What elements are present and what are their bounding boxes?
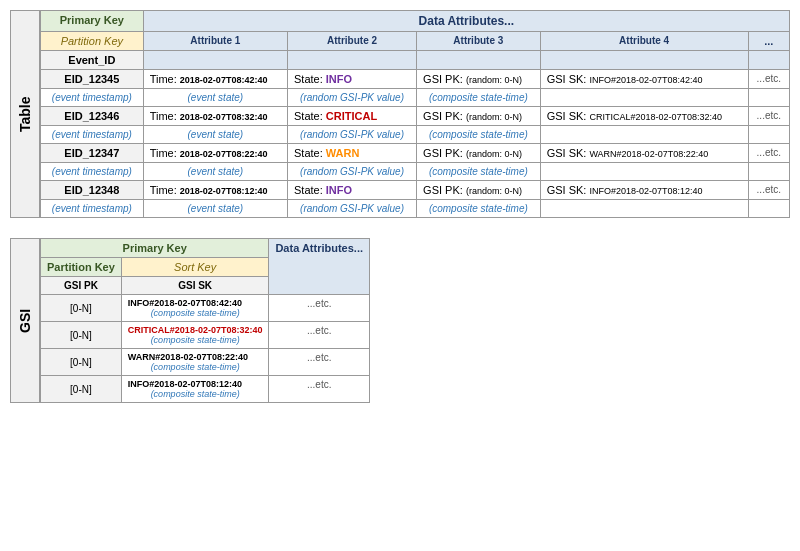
- gsi-primary-key-header: Primary Key: [41, 239, 269, 258]
- partition-key-header: Partition Key: [41, 32, 144, 51]
- gsi-partition-key-header: Partition Key: [41, 258, 122, 277]
- attr1-sub-header: [143, 51, 287, 70]
- attr1-sub-cell: (event timestamp): [41, 126, 144, 144]
- attr4-cell: GSI SK: INFO#2018-02-07T08:12:40: [540, 181, 748, 200]
- attr3-header: Attribute 3: [417, 32, 541, 51]
- gsi-sk-label: GSI SK: [121, 277, 269, 295]
- attr1-sub-cell: (event timestamp): [41, 200, 144, 218]
- table-row-sub: (event timestamp) (event state) (random …: [41, 200, 790, 218]
- gsi-sk-cell: INFO#2018-02-07T08:12:40 (composite stat…: [121, 376, 269, 403]
- etc-header: ...: [748, 32, 789, 51]
- attr4-header: Attribute 4: [540, 32, 748, 51]
- attr4-cell: GSI SK: CRITICAL#2018-02-07T08:32:40: [540, 107, 748, 126]
- gsi-etc-cell: ...etc.: [269, 376, 370, 403]
- attr3-sub-header: [417, 51, 541, 70]
- gsi-etc-cell: ...etc.: [269, 295, 370, 322]
- gsi-sk-cell: WARN#2018-02-07T08:22:40 (composite stat…: [121, 349, 269, 376]
- attr4-sub-header: [540, 51, 748, 70]
- attr3-sub-cell: (random GSI-PK value): [287, 126, 416, 144]
- table-row-sub: (event timestamp) (event state) (random …: [41, 89, 790, 107]
- attr2-cell: State: CRITICAL: [287, 107, 416, 126]
- gsi-row: [0-N] WARN#2018-02-07T08:22:40 (composit…: [41, 349, 370, 376]
- gsi-row: [0-N] INFO#2018-02-07T08:12:40 (composit…: [41, 376, 370, 403]
- gsi-pk-label: GSI PK: [41, 277, 122, 295]
- attr1-sub-cell: (event timestamp): [41, 163, 144, 181]
- attr3-cell: GSI PK: (random: 0-N): [417, 107, 541, 126]
- table-row-sub: (event timestamp) (event state) (random …: [41, 163, 790, 181]
- etc-sub-cell: [540, 200, 748, 218]
- attr2-sub-header: [287, 51, 416, 70]
- etc-sub-header: [748, 51, 789, 70]
- gsi-table: Primary Key Data Attributes... Partition…: [40, 238, 370, 403]
- etc-cell: ...etc.: [748, 181, 789, 200]
- attr4-cell: GSI SK: INFO#2018-02-07T08:42:40: [540, 70, 748, 89]
- data-attributes-header: Data Attributes...: [143, 11, 789, 32]
- attr2-sub-cell: (event state): [143, 200, 287, 218]
- attr2-header: Attribute 2: [287, 32, 416, 51]
- event-id-col-header: Event_ID: [41, 51, 144, 70]
- gsi-sk-cell: CRITICAL#2018-02-07T08:32:40 (composite …: [121, 322, 269, 349]
- gsi-etc-cell: ...etc.: [269, 349, 370, 376]
- etc-sub-cell: [540, 163, 748, 181]
- attr2-cell: State: WARN: [287, 144, 416, 163]
- attr1-cell: Time: 2018-02-07T08:42:40: [143, 70, 287, 89]
- gsi-pk-cell: [0-N]: [41, 295, 122, 322]
- eid-cell: EID_12345: [41, 70, 144, 89]
- etc-cell: ...etc.: [748, 70, 789, 89]
- table-row: EID_12346 Time: 2018-02-07T08:32:40 Stat…: [41, 107, 790, 126]
- attr3-cell: GSI PK: (random: 0-N): [417, 144, 541, 163]
- table-row: EID_12345 Time: 2018-02-07T08:42:40 Stat…: [41, 70, 790, 89]
- attr3-cell: GSI PK: (random: 0-N): [417, 181, 541, 200]
- gsi-data-attr-header: Data Attributes...: [269, 239, 370, 295]
- eid-cell: EID_12346: [41, 107, 144, 126]
- table-section: Table Primary Key Data Attributes... Par…: [10, 10, 790, 218]
- attr4-sub-cell: (composite state-time): [417, 89, 541, 107]
- table-row-sub: (event timestamp) (event state) (random …: [41, 126, 790, 144]
- attr4-sub-cell: (composite state-time): [417, 200, 541, 218]
- etc-cell: ...etc.: [748, 144, 789, 163]
- gsi-row: [0-N] CRITICAL#2018-02-07T08:32:40 (comp…: [41, 322, 370, 349]
- main-table: Primary Key Data Attributes... Partition…: [40, 10, 790, 218]
- gsi-row: [0-N] INFO#2018-02-07T08:42:40 (composit…: [41, 295, 370, 322]
- attr4-sub-cell: (composite state-time): [417, 126, 541, 144]
- gsi-sk-cell: INFO#2018-02-07T08:42:40 (composite stat…: [121, 295, 269, 322]
- attr2-cell: State: INFO: [287, 181, 416, 200]
- attr1-sub-cell: (event timestamp): [41, 89, 144, 107]
- attr2-sub-cell: (event state): [143, 163, 287, 181]
- etc-sub-cell: [540, 126, 748, 144]
- attr2-sub-cell: (event state): [143, 89, 287, 107]
- etc-sub-cell: [540, 89, 748, 107]
- attr3-sub-cell: (random GSI-PK value): [287, 89, 416, 107]
- table-row: EID_12348 Time: 2018-02-07T08:12:40 Stat…: [41, 181, 790, 200]
- attr1-cell: Time: 2018-02-07T08:12:40: [143, 181, 287, 200]
- eid-cell: EID_12348: [41, 181, 144, 200]
- primary-key-header: Primary Key: [41, 11, 144, 32]
- attr3-sub-cell: (random GSI-PK value): [287, 163, 416, 181]
- gsi-section: GSI Primary Key Data Attributes... Parti…: [10, 238, 790, 403]
- gsi-pk-cell: [0-N]: [41, 349, 122, 376]
- etc-cell: ...etc.: [748, 107, 789, 126]
- eid-cell: EID_12347: [41, 144, 144, 163]
- attr2-sub-cell: (event state): [143, 126, 287, 144]
- gsi-side-label: GSI: [10, 238, 40, 403]
- table-side-label: Table: [10, 10, 40, 218]
- gsi-pk-cell: [0-N]: [41, 322, 122, 349]
- attr3-sub-cell: (random GSI-PK value): [287, 200, 416, 218]
- attr1-cell: Time: 2018-02-07T08:32:40: [143, 107, 287, 126]
- attr1-cell: Time: 2018-02-07T08:22:40: [143, 144, 287, 163]
- gsi-etc-cell: ...etc.: [269, 322, 370, 349]
- attr4-cell: GSI SK: WARN#2018-02-07T08:22:40: [540, 144, 748, 163]
- attr2-cell: State: INFO: [287, 70, 416, 89]
- attr4-sub-cell: (composite state-time): [417, 163, 541, 181]
- table-row: EID_12347 Time: 2018-02-07T08:22:40 Stat…: [41, 144, 790, 163]
- gsi-pk-cell: [0-N]: [41, 376, 122, 403]
- attr1-header: Attribute 1: [143, 32, 287, 51]
- attr3-cell: GSI PK: (random: 0-N): [417, 70, 541, 89]
- gsi-sort-key-header: Sort Key: [121, 258, 269, 277]
